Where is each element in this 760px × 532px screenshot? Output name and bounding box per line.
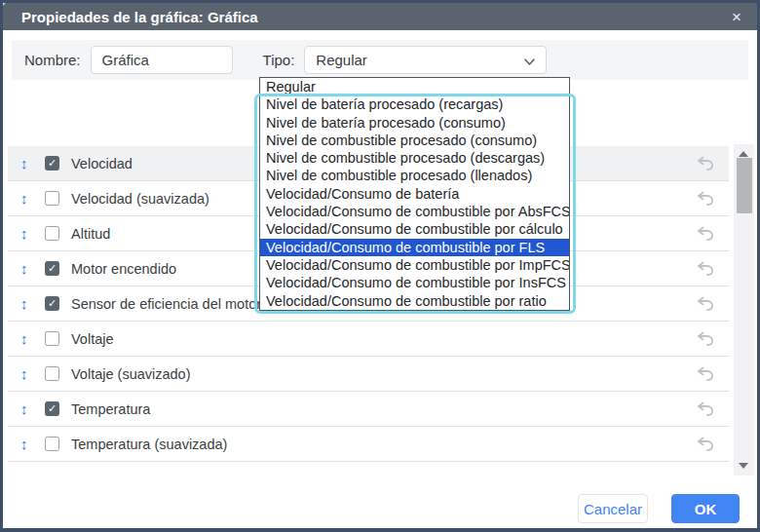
series-label: Velocidad (71, 156, 133, 171)
series-row: ↕ ✓ Temperatura (8, 392, 729, 427)
series-row: ↕ Voltaje (suavizado) (8, 357, 729, 392)
dropdown-option[interactable]: Nivel de batería procesado (recargas) (260, 95, 569, 113)
dropdown-option[interactable]: Nivel de combustible procesado (llenados… (260, 167, 569, 184)
drag-handle-icon[interactable]: ↕ (20, 330, 32, 347)
undo-icon[interactable] (697, 226, 714, 241)
series-checkbox[interactable]: ✓ (45, 296, 59, 311)
scrollbar[interactable] (734, 144, 754, 475)
dropdown-option[interactable]: Velocidad/Consumo de batería (260, 185, 569, 203)
series-checkbox[interactable] (45, 226, 59, 241)
drag-handle-icon[interactable]: ↕ (20, 260, 32, 277)
dropdown-option[interactable]: Nivel de batería procesado (consumo) (260, 114, 569, 132)
chevron-down-icon (523, 55, 536, 71)
undo-icon[interactable] (697, 296, 714, 311)
series-row: ↕ Temperatura (suavizada) (8, 427, 729, 462)
resize-grip-icon[interactable] (0, 0, 9, 9)
dropdown-option[interactable]: Nivel de combustible procesado (consumo) (260, 132, 569, 149)
dropdown-option[interactable]: Velocidad/Consumo de combustible por Ins… (260, 274, 569, 291)
name-label: Nombre: (24, 52, 81, 68)
series-label: Temperatura (71, 401, 150, 417)
series-checkbox[interactable]: ✓ (45, 401, 59, 416)
dropdown-option[interactable]: Regular (260, 78, 569, 95)
series-checkbox[interactable] (45, 366, 59, 381)
series-label: Altitud (71, 226, 110, 242)
drag-handle-icon[interactable]: ↕ (20, 365, 32, 382)
form-strip: Nombre: Tipo: Regular (12, 40, 748, 80)
undo-icon[interactable] (697, 156, 714, 171)
type-select[interactable]: Regular (304, 46, 547, 74)
series-label: Sensor de eficiencia del motor (71, 296, 261, 312)
drag-handle-icon[interactable]: ↕ (20, 295, 32, 312)
series-label: Velocidad (suavizada) (71, 191, 209, 207)
drag-handle-icon[interactable]: ↕ (20, 225, 32, 242)
type-label: Tipo: (263, 52, 295, 68)
close-icon[interactable]: × (732, 9, 741, 25)
undo-icon[interactable] (697, 331, 714, 346)
dropdown-option[interactable]: Velocidad/Consumo de combustible por Imp… (260, 256, 569, 274)
series-label: Temperatura (suavizada) (71, 437, 227, 452)
ok-button[interactable]: OK (671, 494, 740, 523)
drag-handle-icon[interactable]: ↕ (20, 436, 32, 452)
dropdown-option[interactable]: Velocidad/Consumo de combustible por Abs… (260, 203, 569, 220)
series-label: Motor encendido (71, 261, 176, 277)
undo-icon[interactable] (697, 401, 714, 416)
series-checkbox[interactable] (45, 331, 59, 346)
series-checkbox[interactable]: ✓ (45, 156, 59, 171)
dropdown-option[interactable]: Velocidad/Consumo de combustible por FLS (260, 239, 569, 256)
scrollbar-thumb[interactable] (737, 158, 752, 213)
undo-icon[interactable] (697, 191, 714, 206)
series-checkbox[interactable]: ✓ (45, 261, 59, 276)
type-select-value: Regular (316, 52, 367, 68)
undo-icon[interactable] (697, 366, 714, 381)
drag-handle-icon[interactable]: ↕ (20, 400, 32, 417)
name-input[interactable] (91, 46, 233, 74)
scroll-up-icon[interactable] (739, 151, 748, 157)
dropdown-option[interactable]: Nivel de combustible procesado (descarga… (260, 149, 569, 167)
series-label: Voltaje (71, 331, 114, 347)
dialog-title: Propiedades de la gráfica: Gráfica (21, 9, 258, 25)
series-checkbox[interactable] (45, 437, 59, 451)
undo-icon[interactable] (697, 437, 714, 451)
series-checkbox[interactable] (45, 191, 59, 206)
series-row: ↕ Voltaje (8, 322, 729, 357)
series-label: Voltaje (suavizado) (71, 366, 191, 382)
dialog-titlebar: Propiedades de la gráfica: Gráfica × (3, 3, 757, 30)
dropdown-option[interactable]: Velocidad/Consumo de combustible por rat… (260, 292, 569, 310)
undo-icon[interactable] (697, 261, 714, 276)
scroll-down-icon[interactable] (739, 463, 748, 469)
dropdown-option[interactable]: Velocidad/Consumo de combustible por cál… (260, 220, 569, 238)
graph-properties-dialog: Propiedades de la gráfica: Gráfica × Nom… (0, 0, 760, 532)
type-dropdown-list: Regular Nivel de batería procesado (reca… (259, 77, 570, 311)
cancel-button[interactable]: Cancelar (578, 494, 648, 523)
drag-handle-icon[interactable]: ↕ (20, 190, 32, 207)
drag-handle-icon[interactable]: ↕ (20, 155, 32, 171)
